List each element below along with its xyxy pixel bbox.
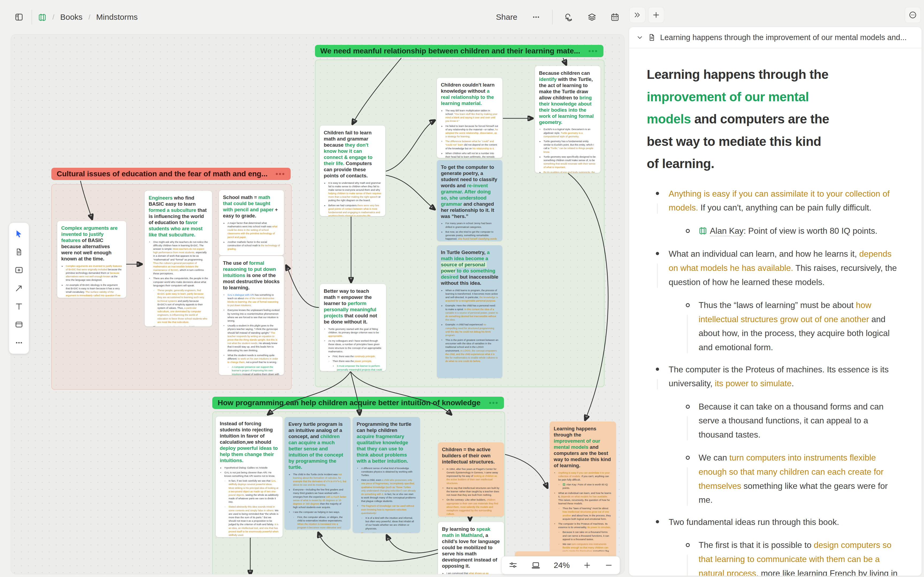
card-bullet: ▸First, there was the continuity princip… (328, 355, 382, 358)
bullet-marker-icon: • (223, 354, 224, 357)
card-formal-reasoning[interactable]: The use of formal reasoning to put down … (219, 256, 284, 375)
more-tools[interactable] (11, 335, 27, 350)
outline-item[interactable]: Alan Kay: Point of view is worth 80 IQ p… (647, 224, 903, 239)
outline-item[interactable]: The computer is the Proteus of machines.… (647, 363, 903, 390)
whiteboard-canvas[interactable]: We need meanful relationship between chi… (11, 34, 625, 574)
bullet-marker-icon: • (223, 324, 224, 327)
card-bullet: ▸But now, as she tried to get the comput… (441, 230, 498, 241)
section-relationship-header[interactable]: We need meanful relationship between chi… (315, 45, 603, 57)
bullet-marker-icon: ▸ (223, 240, 225, 243)
card-turtle-geometry-power[interactable]: In Turtle Geometry, a math idea become a… (437, 245, 502, 378)
calendar-icon[interactable] (608, 10, 622, 24)
card-complex-arguments[interactable]: Complex arguments are invented to justif… (57, 221, 126, 298)
card-speak-math-mathland[interactable]: By learning to speak math in Mathland, a… (438, 522, 504, 574)
card-bullet: •In 1964, after five years at Piaget's C… (442, 467, 500, 485)
zoom-level[interactable]: 24% (554, 561, 570, 570)
section-cultural-header[interactable]: Cultural issues of education and the fea… (51, 168, 291, 180)
section-tool[interactable] (11, 317, 27, 332)
panel-more-button[interactable] (905, 7, 921, 23)
collapse-panel-button[interactable] (629, 7, 645, 23)
card-generate-poetry[interactable]: To get the computer to generate poetry, … (437, 160, 502, 241)
more-horizontal-icon[interactable] (530, 11, 543, 24)
section-menu-icon[interactable]: ••• (588, 47, 598, 55)
outline-item[interactable]: Anything is easy if you can assimilate i… (647, 187, 903, 215)
text-segment: GAL is not just being cleverer than ARI:… (224, 471, 275, 477)
text-segment: Programming the turtle can help children (357, 421, 413, 433)
card-bullet: ▸Hypothetical Dialog: Galileo vs Aristot… (220, 466, 279, 470)
text-segment: In Turtle Geometry, (441, 250, 487, 255)
text-segment: A major factor that determined what math… (228, 222, 272, 228)
section-programming-header[interactable]: How programming can help children acquir… (212, 397, 504, 409)
outline-item[interactable]: Two fundamental ideas run through this b… (647, 515, 903, 529)
zoom-in-icon[interactable] (583, 561, 591, 569)
outline-item[interactable]: Thus the “laws of learning” must be abou… (647, 298, 903, 354)
bullet-marker-icon: ▸ (441, 289, 443, 292)
chevron-down-icon[interactable] (636, 34, 643, 41)
bullet-marker-icon: • (443, 498, 443, 501)
section-title: Cultural issues of education and the fea… (57, 169, 268, 178)
outline-item[interactable]: The first is that it is possible to desi… (647, 538, 903, 576)
display-settings-icon[interactable] (508, 561, 518, 570)
outline-item[interactable]: Because it can take on a thousand forms … (647, 400, 903, 442)
connector-tool[interactable] (11, 280, 27, 296)
text-segment: algebraic (544, 132, 554, 134)
document-body[interactable]: Learning happens through the improvement… (629, 48, 922, 576)
text-segment: make sense of, to be (571, 159, 595, 162)
card-bullet: •Usually a student in this plight goes t… (223, 324, 280, 352)
card-instead-of-forcing[interactable]: Instead of forcing students into rejecti… (216, 416, 283, 537)
alan-kay-link[interactable]: Alan Kay (710, 226, 743, 237)
outline-item[interactable]: What an individual can learn, and how he… (647, 247, 903, 289)
text-segment: deploy powerful ideas to help them chang… (220, 445, 279, 463)
text-segment: Engineers (149, 195, 173, 201)
card-children-active-builders[interactable]: Children = the active builders of their … (438, 442, 504, 517)
outline-item[interactable]: We can turn computers into instruments f… (647, 451, 903, 507)
text-tool[interactable] (11, 299, 27, 314)
bullet-marker-icon: ▸ (441, 152, 443, 155)
sidebar-toggle-icon[interactable] (12, 10, 26, 24)
note-tool[interactable] (11, 244, 27, 259)
share-button[interactable]: Share (493, 11, 520, 23)
card-bullet: ▸Turtle geometry was specifically design… (539, 155, 596, 169)
card-title: Because children can identify with the T… (539, 70, 596, 125)
text-segment: . (375, 355, 376, 358)
document-header[interactable]: Learning happens through the improvement… (629, 27, 922, 48)
select-tool[interactable] (11, 226, 27, 242)
card-children-fail[interactable]: Children fail to learn math and grammar … (320, 126, 385, 216)
card-bullet: ▸When children who will not let a number… (441, 152, 498, 158)
text-segment: The first is that it is possible to (699, 540, 814, 550)
bullet-marker-icon: • (289, 511, 290, 514)
section-menu-icon[interactable]: ••• (276, 170, 285, 178)
card-school-math[interactable]: School math = math that could be taught … (219, 190, 284, 255)
text-segment: Two fundamental ideas run through this b… (669, 517, 839, 527)
breadcrumb-mindstorms[interactable]: Mindstorms (96, 13, 138, 22)
card-programming-turtle[interactable]: Programming the turtle can help children… (353, 417, 420, 533)
text-segment: Everyone knows the unpleasant feeling ev… (228, 309, 280, 322)
zoom-out-icon[interactable] (604, 561, 613, 569)
card-bullet: •Euclid's is a logical style. Descartes'… (539, 128, 596, 139)
card-identify-turtle[interactable]: Because children can identify with the T… (535, 66, 601, 173)
section-menu-icon[interactable]: ••• (489, 399, 499, 407)
text-segment: identify (539, 76, 557, 82)
card-engineers-subculture[interactable]: Engineers who find BASIC easy to learn f… (145, 191, 212, 326)
card-bullet: •What an individual can learn, and how h… (554, 492, 612, 506)
bullet-marker-icon: • (441, 140, 442, 143)
circle-ellipsis-icon (908, 11, 917, 19)
text-segment: acquire fragmentary qualitative knowledg… (357, 434, 409, 464)
card-title: To get the computer to generate poetry, … (441, 164, 498, 219)
section-title: How programming can help children acquir… (218, 398, 480, 407)
layers-icon[interactable] (585, 10, 599, 24)
bullet-marker-icon: • (324, 339, 325, 342)
new-card-tool[interactable] (11, 262, 27, 278)
bullet-marker-icon (686, 543, 690, 547)
breadcrumb-books[interactable]: Books (60, 13, 82, 22)
chat-bubbles-icon[interactable] (562, 10, 576, 24)
card-children-couldnt-learn[interactable]: Children couldn't learn knowledge withou… (437, 78, 502, 158)
card-every-turtle-program[interactable]: Every turtle program is an intuitive ana… (284, 417, 351, 530)
card-better-way-teach-math[interactable]: Better way to teach math = empower the l… (320, 284, 386, 371)
text-segment: Hypothetical Dialog: Galileo vs Aristotl… (224, 466, 268, 469)
presentation-icon[interactable] (531, 561, 541, 570)
zoom-controls: 24% (501, 556, 620, 574)
bullet-marker-icon: ▸ (62, 264, 63, 268)
bullet-marker-icon: ◦ (228, 366, 229, 369)
new-tab-button[interactable] (648, 7, 664, 23)
